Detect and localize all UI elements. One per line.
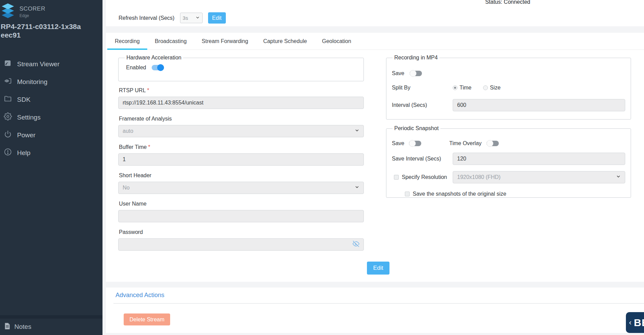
device-id: RP4-2711-c03112-1x38a eec91 bbox=[0, 20, 102, 40]
gear-icon bbox=[4, 112, 12, 122]
refresh-interval-select[interactable]: 3s bbox=[180, 13, 203, 23]
sidebar-item-monitoring[interactable]: Monitoring bbox=[0, 73, 102, 91]
refresh-interval-value: 3s bbox=[183, 15, 188, 21]
split-by-size-option[interactable]: Size bbox=[483, 85, 501, 91]
chevron-down-icon bbox=[355, 185, 359, 191]
tab-broadcasting[interactable]: Broadcasting bbox=[147, 33, 194, 50]
tab-recording[interactable]: Recording bbox=[107, 33, 147, 50]
sidebar-item-power[interactable]: Power bbox=[0, 126, 102, 144]
time-overlay-label: Time Overlay bbox=[449, 140, 482, 146]
mp4-interval-input[interactable]: 600 bbox=[453, 99, 625, 111]
hardware-acceleration-toggle[interactable] bbox=[152, 64, 164, 71]
resolution-value: 1920x1080 (FHD) bbox=[457, 174, 501, 180]
brand-header: SCORER Edge bbox=[0, 0, 102, 20]
stream-viewer-icon bbox=[4, 59, 12, 69]
tab-geolocation[interactable]: Geolocation bbox=[314, 33, 358, 50]
sidebar-item-label: Monitoring bbox=[17, 78, 47, 86]
brand-subtitle: Edge bbox=[19, 13, 45, 18]
radio-size[interactable] bbox=[483, 85, 488, 90]
resolution-select[interactable]: 1920x1080 (FHD) bbox=[453, 171, 625, 183]
brand-name: SCORER bbox=[19, 3, 45, 12]
specify-resolution-checkbox[interactable] bbox=[394, 175, 399, 180]
advanced-actions-card: Advanced Actions Delete Stream bbox=[106, 288, 644, 333]
password-input[interactable] bbox=[118, 238, 364, 251]
mp4-save-toggle[interactable] bbox=[410, 70, 422, 77]
mp4-interval-label: Interval (Secs) bbox=[392, 102, 453, 108]
enabled-label: Enabled bbox=[126, 65, 146, 71]
eye-off-icon[interactable] bbox=[353, 240, 359, 249]
refresh-edit-button[interactable]: Edit bbox=[208, 12, 226, 24]
sidebar-item-label: Settings bbox=[17, 114, 41, 121]
username-field: User Name bbox=[118, 201, 364, 222]
monitoring-icon bbox=[4, 77, 12, 87]
rtsp-url-field: RTSP URL* rtsp://192.168.11.43:8554/unic… bbox=[118, 87, 364, 109]
sidebar-item-sdk[interactable]: SDK bbox=[0, 91, 102, 109]
split-by-time-option[interactable]: Time bbox=[453, 85, 471, 91]
periodic-snapshot-legend: Periodic Snapshot bbox=[393, 125, 440, 131]
buffer-time-input[interactable]: 1 bbox=[118, 153, 364, 166]
refresh-row: Refresh Interval (Secs) 3s Edit bbox=[119, 12, 226, 24]
chevron-down-icon bbox=[355, 128, 359, 134]
tab-bar: Recording Broadcasting Stream Forwarding… bbox=[106, 33, 644, 50]
sidebar-item-notes[interactable]: Notes bbox=[0, 319, 102, 335]
beta-label: BETA bbox=[634, 317, 644, 329]
chevron-left-icon: ‹ bbox=[629, 319, 631, 326]
chevron-down-icon bbox=[195, 15, 200, 21]
tab-stream-forwarding[interactable]: Stream Forwarding bbox=[194, 33, 256, 50]
buffer-time-field: Buffer Time* 1 bbox=[118, 144, 364, 166]
connection-status: Status: Connected bbox=[485, 0, 530, 5]
password-field: Password bbox=[118, 229, 364, 251]
tab-capture-schedule[interactable]: Capture Schedule bbox=[256, 33, 314, 50]
recording-form-left: Hardware Acceleration Enabled RTSP URL* … bbox=[118, 55, 364, 257]
sidebar-item-label: Help bbox=[17, 149, 30, 157]
short-header-field: Short Header No bbox=[118, 172, 364, 194]
advanced-actions-title: Advanced Actions bbox=[115, 292, 164, 299]
snapshot-save-toggle[interactable] bbox=[409, 140, 421, 147]
rtsp-url-input[interactable]: rtsp://192.168.11.43:8554/unicast bbox=[118, 97, 364, 109]
snapshot-save-label: Save bbox=[392, 140, 404, 146]
form-edit-button[interactable]: Edit bbox=[367, 262, 389, 275]
required-asterisk: * bbox=[147, 87, 149, 93]
sidebar-menu: Stream Viewer Monitoring SDK bbox=[0, 55, 102, 162]
hardware-acceleration-group: Hardware Acceleration Enabled bbox=[118, 55, 364, 81]
sidebar-item-label: SDK bbox=[17, 96, 30, 103]
folder-icon bbox=[4, 95, 12, 104]
chevron-down-icon bbox=[616, 174, 621, 180]
help-icon bbox=[4, 148, 12, 158]
periodic-snapshot-group: Periodic Snapshot Save Time Overlay Save… bbox=[386, 125, 631, 198]
notes-label: Notes bbox=[14, 323, 31, 331]
recording-mp4-legend: Recording in MP4 bbox=[393, 55, 439, 61]
username-input[interactable] bbox=[118, 210, 364, 222]
power-icon bbox=[4, 130, 12, 140]
delete-stream-button[interactable]: Delete Stream bbox=[124, 313, 170, 325]
mp4-save-label: Save bbox=[392, 70, 410, 76]
snapshot-interval-input[interactable]: 120 bbox=[453, 153, 625, 165]
device-id-line2: eec91 bbox=[1, 31, 102, 40]
header-card: Refresh Interval (Secs) 3s Edit Status: … bbox=[106, 0, 644, 26]
notes-icon bbox=[3, 322, 11, 332]
sidebar: SCORER Edge RP4-2711-c03112-1x38a eec91 … bbox=[0, 0, 102, 335]
short-header-select[interactable]: No bbox=[118, 182, 364, 194]
original-size-checkbox[interactable] bbox=[405, 192, 410, 196]
device-id-line1: RP4-2711-c03112-1x38a bbox=[1, 23, 102, 31]
sidebar-item-help[interactable]: Help bbox=[0, 144, 102, 162]
refresh-interval-label: Refresh Interval (Secs) bbox=[119, 15, 175, 21]
password-label: Password bbox=[119, 229, 364, 235]
time-overlay-toggle[interactable] bbox=[487, 140, 499, 147]
framerate-select[interactable]: auto bbox=[118, 125, 364, 137]
sidebar-item-stream-viewer[interactable]: Stream Viewer bbox=[0, 55, 102, 73]
recording-form-right: Recording in MP4 Save Split By Time bbox=[386, 55, 631, 198]
snapshot-interval-label: Save Interval (Secs) bbox=[392, 156, 453, 162]
buffer-time-label: Buffer Time* bbox=[119, 144, 364, 150]
radio-time-label: Time bbox=[460, 85, 471, 91]
radio-time[interactable] bbox=[453, 85, 457, 90]
sidebar-item-settings[interactable]: Settings bbox=[0, 109, 102, 126]
specify-resolution-label: Specify Resolution bbox=[402, 174, 447, 180]
required-asterisk: * bbox=[148, 144, 150, 150]
framerate-field: Framerate of Analysis auto bbox=[118, 116, 364, 137]
beta-side-tab[interactable]: ‹ BETA bbox=[626, 312, 644, 333]
radio-size-label: Size bbox=[490, 85, 501, 91]
sidebar-item-label: Stream Viewer bbox=[17, 60, 59, 68]
scorer-logo-icon bbox=[1, 3, 15, 20]
framerate-value: auto bbox=[123, 128, 133, 134]
